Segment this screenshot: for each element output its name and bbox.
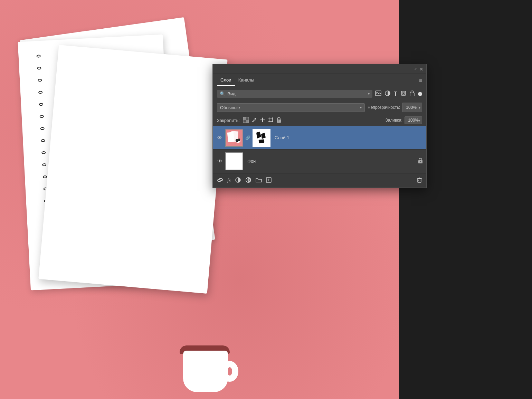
tab-layers[interactable]: Слои: [217, 75, 235, 86]
svg-rect-32: [226, 153, 243, 170]
svg-rect-44: [418, 179, 421, 182]
cup-handle: [221, 361, 238, 382]
panel-tabs: Слои Каналы ≡: [213, 74, 426, 87]
filter-text-icon[interactable]: T: [394, 91, 397, 97]
opacity-dropdown-icon[interactable]: ▾: [419, 106, 420, 110]
svg-rect-5: [410, 93, 414, 96]
layer-row-layer1[interactable]: 👁 🔗: [213, 126, 426, 150]
spiral-dot: [40, 127, 44, 130]
spiral-dot: [42, 163, 46, 167]
layer-row-background[interactable]: 👁 Фон: [213, 150, 426, 173]
panel-bottom-toolbar: fx: [213, 173, 426, 188]
opacity-value[interactable]: 100%: [404, 104, 419, 111]
blend-mode-select[interactable]: Обычные ▾: [217, 103, 365, 112]
layers-panel: « ✕ Слои Каналы ≡ 🔍 ▾: [212, 64, 427, 188]
fill-section: Заливка: 100% ▾: [385, 116, 422, 124]
filter-icons: T: [375, 91, 422, 97]
lock-transparent-icon[interactable]: [243, 117, 249, 124]
paper-stack: [28, 17, 228, 276]
filter-lock-icon[interactable]: [410, 91, 415, 97]
spiral-dot: [40, 115, 44, 118]
search-box[interactable]: 🔍 ▾: [217, 90, 372, 98]
panel-menu-icon[interactable]: ≡: [419, 77, 422, 84]
search-dropdown-icon[interactable]: ▾: [368, 92, 370, 96]
layer1-name: Слой 1: [273, 135, 423, 140]
new-group-icon[interactable]: [256, 177, 262, 184]
svg-point-39: [247, 179, 248, 180]
blend-mode-dropdown-icon: ▾: [360, 106, 362, 110]
layer1-mask-svg: [254, 130, 269, 146]
layer1-thumb-svg: [226, 130, 243, 146]
new-layer-icon[interactable]: [266, 177, 272, 184]
dark-right-background: [399, 0, 532, 399]
delete-layer-icon[interactable]: [417, 177, 422, 184]
new-adjustment-layer-icon[interactable]: [235, 177, 241, 184]
background-thumbnail: [225, 152, 243, 170]
fill-value[interactable]: 100%: [406, 118, 419, 123]
svg-point-40: [249, 179, 250, 180]
lock-position-icon[interactable]: [260, 117, 265, 124]
svg-rect-4: [402, 92, 405, 94]
paper-front: [38, 45, 227, 294]
filter-image-icon[interactable]: [375, 91, 381, 97]
svg-rect-28: [254, 130, 269, 146]
lock-row: Закрепить:: [213, 114, 426, 126]
layers-list: 👁 🔗: [213, 126, 426, 173]
spiral-dot: [39, 103, 43, 106]
search-input[interactable]: [227, 91, 366, 96]
spiral-dot: [38, 79, 42, 82]
new-layer-mask-icon[interactable]: [245, 177, 251, 184]
coffee-cup: [180, 337, 242, 392]
layer1-visibility-icon[interactable]: 👁: [216, 135, 223, 141]
blend-mode-value: Обычные: [220, 105, 240, 110]
filter-dot[interactable]: [418, 92, 422, 96]
spiral-dot: [38, 91, 42, 94]
blend-mode-row: Обычные ▾ Непрозрачность: 100% ▾: [213, 101, 426, 114]
filter-row: 🔍 ▾ T: [213, 87, 426, 101]
spiral-dot: [36, 55, 40, 58]
layer-effects-icon[interactable]: fx: [227, 178, 231, 183]
lock-icons: [243, 117, 281, 124]
lock-label: Закрепить:: [217, 118, 240, 123]
lock-artboard-icon[interactable]: [268, 117, 274, 124]
svg-point-34: [420, 161, 421, 162]
layer1-mask-thumbnail: [253, 129, 270, 147]
spiral-dot: [37, 67, 41, 70]
filter-shape-icon[interactable]: [401, 91, 406, 97]
svg-point-21: [278, 120, 279, 121]
panel-collapse-icon[interactable]: «: [415, 67, 417, 71]
panel-titlebar: « ✕: [213, 64, 426, 74]
background-thumb-svg: [226, 153, 243, 170]
search-icon: 🔍: [220, 91, 225, 96]
opacity-label: Непрозрачность:: [368, 105, 400, 110]
background-lock-icon: [418, 158, 423, 164]
svg-rect-7: [246, 120, 249, 123]
svg-rect-11: [269, 118, 273, 122]
lock-image-icon[interactable]: [251, 117, 257, 124]
svg-rect-8: [246, 117, 249, 120]
opacity-section: Непрозрачность: 100% ▾: [368, 103, 422, 112]
spiral-dot: [41, 151, 46, 154]
svg-rect-9: [243, 120, 246, 123]
background-visibility-icon[interactable]: 👁: [216, 158, 223, 164]
link-layers-icon[interactable]: [217, 177, 223, 184]
spiral-dot: [41, 139, 45, 142]
layer-link-icon: 🔗: [245, 135, 250, 140]
spiral-dot: [43, 175, 47, 179]
svg-rect-6: [243, 117, 246, 120]
lock-all-icon[interactable]: [276, 117, 281, 124]
svg-rect-3: [401, 91, 406, 95]
spiral-line: [28, 41, 42, 290]
svg-rect-31: [259, 139, 265, 143]
titlebar-controls: « ✕: [415, 66, 424, 72]
layer1-thumbnail: [225, 129, 243, 147]
tab-channels[interactable]: Каналы: [235, 75, 258, 86]
panel-close-icon[interactable]: ✕: [419, 66, 424, 72]
filter-adjustment-icon[interactable]: [385, 91, 390, 97]
background-name: Фон: [245, 159, 416, 164]
fill-label: Заливка:: [385, 118, 402, 123]
fill-dropdown-icon[interactable]: ▾: [419, 118, 420, 122]
